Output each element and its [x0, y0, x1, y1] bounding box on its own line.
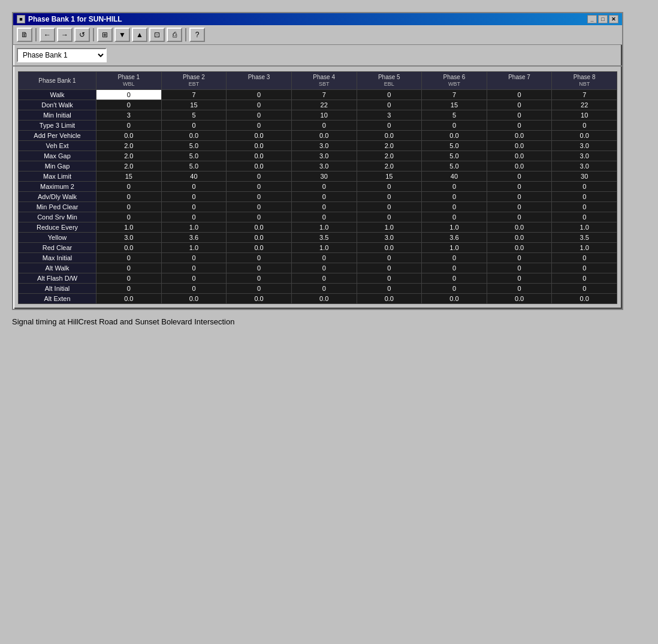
- cell-r15-c5[interactable]: 1.0: [422, 242, 487, 252]
- cell-r18-c4[interactable]: 0: [357, 273, 422, 283]
- cell-r14-c2[interactable]: 0.0: [227, 232, 292, 242]
- cell-r18-c1[interactable]: 0: [161, 273, 227, 283]
- cell-r1-c6[interactable]: 0: [487, 100, 552, 110]
- cell-r14-c3[interactable]: 3.5: [291, 232, 357, 242]
- cell-r18-c7[interactable]: 0: [552, 273, 617, 283]
- cell-r20-c7[interactable]: 0.0: [552, 293, 617, 303]
- cell-r9-c5[interactable]: 0: [422, 181, 487, 191]
- minimize-button[interactable]: _: [587, 15, 597, 23]
- cell-r9-c2[interactable]: 0: [227, 181, 292, 191]
- cell-r11-c4[interactable]: 0: [357, 201, 422, 212]
- cell-r5-c4[interactable]: 2.0: [357, 140, 422, 151]
- cell-r3-c3[interactable]: 0: [291, 120, 357, 130]
- cell-r4-c3[interactable]: 0.0: [291, 130, 357, 140]
- cell-r5-c5[interactable]: 5.0: [422, 140, 487, 151]
- cell-r17-c5[interactable]: 0: [422, 263, 487, 273]
- cell-r9-c0[interactable]: 0: [96, 181, 162, 191]
- cell-r17-c4[interactable]: 0: [357, 263, 422, 273]
- cell-r18-c5[interactable]: 0: [422, 273, 487, 283]
- cell-r4-c4[interactable]: 0.0: [357, 130, 422, 140]
- cell-r7-c0[interactable]: 2.0: [96, 161, 162, 171]
- cell-r8-c4[interactable]: 15: [357, 171, 422, 181]
- cell-r8-c3[interactable]: 30: [291, 171, 357, 181]
- cell-r4-c1[interactable]: 0.0: [161, 130, 227, 140]
- cell-r6-c7[interactable]: 3.0: [552, 151, 617, 161]
- network-button[interactable]: ⊞: [97, 28, 113, 42]
- cell-r2-c6[interactable]: 0: [487, 110, 552, 120]
- cell-r10-c4[interactable]: 0: [357, 191, 422, 201]
- cell-r13-c3[interactable]: 1.0: [291, 222, 357, 232]
- refresh-button[interactable]: ↺: [74, 28, 90, 42]
- cell-r19-c1[interactable]: 0: [161, 283, 227, 293]
- back-button[interactable]: ←: [40, 28, 55, 42]
- cell-r0-c4[interactable]: 0: [357, 89, 422, 100]
- cell-r16-c6[interactable]: 0: [487, 252, 552, 263]
- cell-r6-c0[interactable]: 2.0: [96, 151, 162, 161]
- cell-r13-c5[interactable]: 1.0: [422, 222, 487, 232]
- cell-r12-c1[interactable]: 0: [161, 212, 227, 222]
- cell-r18-c2[interactable]: 0: [227, 273, 292, 283]
- arrow-up-button[interactable]: ▲: [132, 28, 147, 42]
- cell-r13-c2[interactable]: 0.0: [227, 222, 292, 232]
- cell-r19-c4[interactable]: 0: [357, 283, 422, 293]
- cell-r1-c1[interactable]: 15: [161, 100, 227, 110]
- cell-r20-c0[interactable]: 0.0: [96, 293, 162, 303]
- cell-r0-c7[interactable]: 7: [552, 89, 617, 100]
- cell-r17-c3[interactable]: 0: [291, 263, 357, 273]
- cell-r10-c2[interactable]: 0: [227, 191, 292, 201]
- cell-r7-c7[interactable]: 3.0: [552, 161, 617, 171]
- phase-bank-dropdown[interactable]: Phase Bank 1 Phase Bank 2: [17, 48, 107, 62]
- grid-button[interactable]: ⊡: [149, 28, 165, 42]
- forward-button[interactable]: →: [57, 28, 73, 42]
- cell-r2-c5[interactable]: 5: [422, 110, 487, 120]
- cell-r15-c1[interactable]: 1.0: [161, 242, 227, 252]
- cell-r11-c5[interactable]: 0: [422, 201, 487, 212]
- cell-r9-c6[interactable]: 0: [487, 181, 552, 191]
- cell-r16-c7[interactable]: 0: [552, 252, 617, 263]
- cell-r1-c2[interactable]: 0: [227, 100, 292, 110]
- cell-r1-c4[interactable]: 0: [357, 100, 422, 110]
- cell-r3-c0[interactable]: 0: [96, 120, 162, 130]
- cell-r11-c7[interactable]: 0: [552, 201, 617, 212]
- cell-r13-c0[interactable]: 1.0: [96, 222, 162, 232]
- cell-r5-c3[interactable]: 3.0: [291, 140, 357, 151]
- cell-r5-c0[interactable]: 2.0: [96, 140, 162, 151]
- cell-r8-c7[interactable]: 30: [552, 171, 617, 181]
- cell-r14-c6[interactable]: 0.0: [487, 232, 552, 242]
- cell-r8-c6[interactable]: 0: [487, 171, 552, 181]
- cell-r19-c3[interactable]: 0: [291, 283, 357, 293]
- cell-r10-c0[interactable]: 0: [96, 191, 162, 201]
- cell-r7-c1[interactable]: 5.0: [161, 161, 227, 171]
- cell-r16-c4[interactable]: 0: [357, 252, 422, 263]
- cell-r3-c1[interactable]: 0: [161, 120, 227, 130]
- cell-r7-c6[interactable]: 0.0: [487, 161, 552, 171]
- cell-r0-c2[interactable]: 0: [227, 89, 292, 100]
- cell-r1-c7[interactable]: 22: [552, 100, 617, 110]
- cell-r2-c7[interactable]: 10: [552, 110, 617, 120]
- cell-r2-c4[interactable]: 3: [357, 110, 422, 120]
- cell-r6-c6[interactable]: 0.0: [487, 151, 552, 161]
- cell-r17-c1[interactable]: 0: [161, 263, 227, 273]
- cell-r7-c3[interactable]: 3.0: [291, 161, 357, 171]
- cell-r11-c2[interactable]: 0: [227, 201, 292, 212]
- cell-r11-c6[interactable]: 0: [487, 201, 552, 212]
- cell-r13-c6[interactable]: 0.0: [487, 222, 552, 232]
- cell-r5-c2[interactable]: 0.0: [227, 140, 292, 151]
- cell-r2-c3[interactable]: 10: [291, 110, 357, 120]
- cell-r13-c4[interactable]: 1.0: [357, 222, 422, 232]
- cell-r0-c6[interactable]: 0: [487, 89, 552, 100]
- cell-r10-c3[interactable]: 0: [291, 191, 357, 201]
- cell-r20-c6[interactable]: 0.0: [487, 293, 552, 303]
- cell-r7-c5[interactable]: 5.0: [422, 161, 487, 171]
- cell-r3-c6[interactable]: 0: [487, 120, 552, 130]
- cell-r14-c4[interactable]: 3.0: [357, 232, 422, 242]
- cell-r16-c3[interactable]: 0: [291, 252, 357, 263]
- cell-r14-c5[interactable]: 3.6: [422, 232, 487, 242]
- cell-r20-c3[interactable]: 0.0: [291, 293, 357, 303]
- cell-r13-c7[interactable]: 1.0: [552, 222, 617, 232]
- cell-r18-c3[interactable]: 0: [291, 273, 357, 283]
- cell-r6-c1[interactable]: 5.0: [161, 151, 227, 161]
- cell-r12-c6[interactable]: 0: [487, 212, 552, 222]
- cell-r5-c7[interactable]: 3.0: [552, 140, 617, 151]
- cell-r15-c2[interactable]: 0.0: [227, 242, 292, 252]
